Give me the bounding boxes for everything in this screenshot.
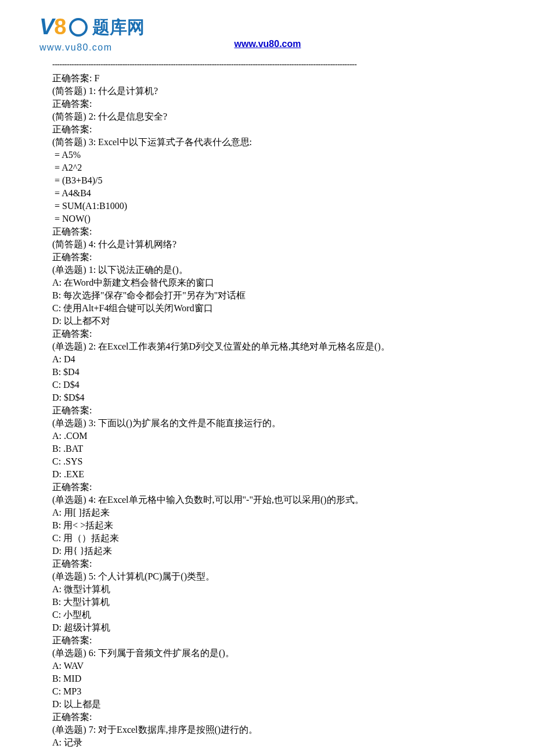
text-line: 正确答案: xyxy=(52,123,482,136)
text-line: (简答题) 1: 什么是计算机? xyxy=(52,85,482,98)
text-line: C: D$4 xyxy=(52,379,482,391)
text-line: (单选题) 1: 以下说法正确的是()。 xyxy=(52,264,482,276)
text-line: 正确答案: xyxy=(52,634,482,647)
header-link-area: www.vu80.com xyxy=(234,38,301,51)
text-line: D: 以上都不对 xyxy=(52,315,482,327)
logo-url-text: www.vu80.com xyxy=(39,41,113,54)
text-line: A: WAV xyxy=(52,660,482,672)
text-line: 正确答案: xyxy=(52,98,482,110)
text-line: (单选题) 3: 下面以()为扩展名的文件是不能直接运行的。 xyxy=(52,417,482,430)
logo-8-icon: 8 xyxy=(54,12,66,42)
text-line: 正确答案: F xyxy=(52,72,482,85)
text-line: A: 记录 xyxy=(52,736,482,749)
text-line: D: 用{ }括起来 xyxy=(52,545,482,557)
logo-v-icon: V xyxy=(39,12,53,42)
text-line: C: 使用Alt+F4组合键可以关闭Word窗口 xyxy=(52,302,482,315)
text-line: D: .EXE xyxy=(52,468,482,481)
text-line: (简答题) 4: 什么是计算机网络? xyxy=(52,238,482,251)
text-line: B: 用< >括起来 xyxy=(52,519,482,532)
text-line: (单选题) 2: 在Excel工作表第4行第D列交叉位置处的单元格,其绝对单元格… xyxy=(52,340,482,353)
text-line: A: 在Word中新建文档会替代原来的窗口 xyxy=(52,276,482,289)
text-line: D: $D$4 xyxy=(52,391,482,404)
text-line: (单选题) 6: 下列属于音频文件扩展名的是()。 xyxy=(52,647,482,660)
text-line: (简答题) 3: Excel中以下运算式子各代表什么意思: xyxy=(52,136,482,149)
text-line: 正确答案: xyxy=(52,481,482,494)
text-line: = NOW() xyxy=(52,213,482,225)
text-line: A: 用[ ]括起来 xyxy=(52,506,482,519)
text-line: = SUM(A1:B1000) xyxy=(52,200,482,213)
document-body: 正确答案: F(简答题) 1: 什么是计算机?正确答案:(简答题) 2: 什么是… xyxy=(0,72,534,749)
text-line: C: MP3 xyxy=(52,685,482,698)
page-header: V 8 题库网 www.vu80.com www.vu80.com xyxy=(0,0,534,57)
logo: V 8 题库网 www.vu80.com xyxy=(39,12,145,55)
text-line: (单选题) 7: 对于Excel数据库,排序是按照()进行的。 xyxy=(52,723,482,736)
text-line: A: .COM xyxy=(52,430,482,442)
logo-o-icon xyxy=(69,18,88,37)
text-line: C: .SYS xyxy=(52,455,482,468)
text-line: A: 微型计算机 xyxy=(52,583,482,596)
text-line: 正确答案: xyxy=(52,225,482,238)
text-line: 正确答案: xyxy=(52,251,482,264)
text-line: B: 每次选择"保存"命令都会打开"另存为"对话框 xyxy=(52,289,482,302)
text-line: = A2^2 xyxy=(52,161,482,174)
site-link[interactable]: www.vu80.com xyxy=(234,39,301,49)
text-line: (单选题) 5: 个人计算机(PC)属于()类型。 xyxy=(52,570,482,583)
text-line: B: 大型计算机 xyxy=(52,596,482,609)
text-line: 正确答案: xyxy=(52,557,482,570)
text-line: 正确答案: xyxy=(52,404,482,417)
text-line: A: D4 xyxy=(52,353,482,366)
logo-graphic: V 8 题库网 xyxy=(39,12,145,42)
text-line: D: 超级计算机 xyxy=(52,621,482,634)
text-line: = A4&B4 xyxy=(52,187,482,200)
text-line: C: 用（）括起来 xyxy=(52,532,482,545)
text-line: B: MID xyxy=(52,672,482,685)
text-line: B: $D4 xyxy=(52,366,482,379)
text-line: 正确答案: xyxy=(52,327,482,340)
text-line: D: 以上都是 xyxy=(52,698,482,711)
text-line: (简答题) 2: 什么是信息安全? xyxy=(52,110,482,123)
logo-cn-text: 题库网 xyxy=(92,15,145,39)
text-line: (单选题) 4: 在Excel单元格中输入负数时,可以用"-"开始,也可以采用(… xyxy=(52,494,482,506)
text-line: C: 小型机 xyxy=(52,609,482,621)
text-line: B: .BAT xyxy=(52,442,482,455)
text-line: = (B3+B4)/5 xyxy=(52,174,482,187)
text-line: = A5% xyxy=(52,149,482,161)
text-line: 正确答案: xyxy=(52,711,482,723)
divider-line: ----------------------------------------… xyxy=(52,59,493,70)
